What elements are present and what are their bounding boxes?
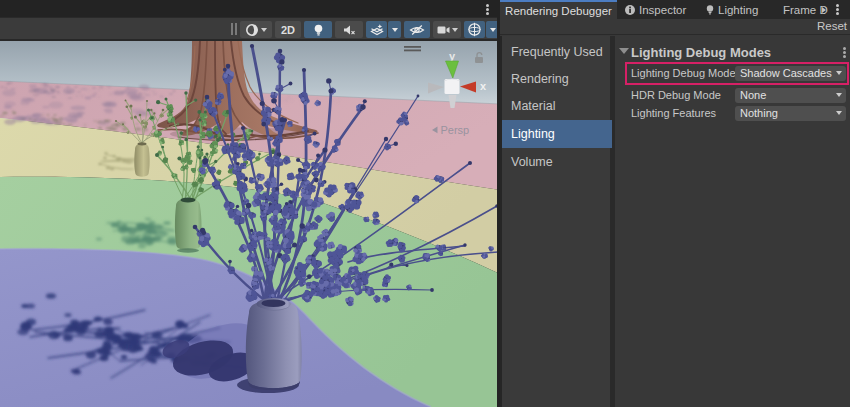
svg-text:y: y: [449, 50, 456, 62]
svg-text:x: x: [480, 80, 487, 92]
svg-text:Persp: Persp: [441, 124, 470, 136]
